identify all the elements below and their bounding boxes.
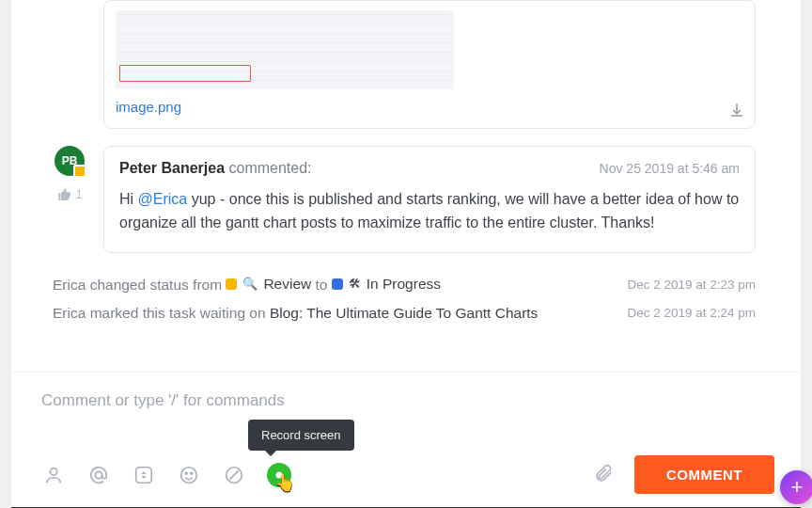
- comment-bubble: Peter Banerjea commented: Nov 25 2019 at…: [103, 146, 756, 253]
- hammer-icon: 🛠: [349, 277, 361, 291]
- activity-waiting-on: Erica marked this task waiting on Blog: …: [11, 299, 801, 327]
- svg-point-7: [276, 471, 283, 478]
- comment-row: PB 1 Peter Banerjea commented: Nov 25 20…: [11, 146, 801, 270]
- assignee-icon[interactable]: [41, 463, 66, 487]
- tooltip-record-screen: Record screen: [248, 420, 354, 451]
- svg-rect-2: [136, 467, 152, 483]
- activity-status-change: Erica changed status from 🔍Review to 🛠In…: [11, 270, 801, 299]
- comment-timestamp: Nov 25 2019 at 5:46 am: [600, 161, 740, 176]
- activity-timestamp: Dec 2 2019 at 2:23 pm: [627, 278, 756, 292]
- comment-verb: commented:: [229, 160, 312, 176]
- composer: Comment or type '/' for commands Record …: [11, 372, 801, 507]
- magnifier-icon: 🔍: [242, 277, 258, 291]
- like-button[interactable]: 1: [57, 187, 83, 202]
- record-screen-button[interactable]: 👆: [267, 463, 291, 487]
- download-icon[interactable]: [728, 102, 745, 119]
- svg-point-0: [50, 468, 56, 474]
- fab-add[interactable]: +: [780, 470, 812, 504]
- attachment-filename[interactable]: image.png: [116, 99, 743, 115]
- status-color-review: [226, 278, 237, 290]
- mention[interactable]: @Erica: [138, 191, 188, 207]
- comment-author: Peter Banerjea: [119, 160, 225, 176]
- svg-point-3: [181, 467, 197, 483]
- activity-timestamp: Dec 2 2019 at 2:24 pm: [627, 306, 756, 320]
- cancel-icon[interactable]: [222, 463, 246, 487]
- attach-icon[interactable]: [593, 463, 614, 487]
- comment-body: Hi @Erica yup - once this is published a…: [119, 188, 740, 235]
- svg-point-4: [185, 472, 187, 474]
- page: image.png PB 1 Peter Banerjea commented:…: [11, 0, 801, 508]
- expand-icon[interactable]: [132, 463, 156, 487]
- status-color-inprogress: [332, 278, 343, 290]
- task-link[interactable]: Blog: The Ultimate Guide To Gantt Charts: [270, 305, 538, 321]
- attachment-card: image.png: [103, 0, 756, 129]
- like-count: 1: [76, 188, 83, 201]
- svg-point-1: [95, 471, 102, 478]
- avatar[interactable]: PB: [55, 146, 85, 176]
- emoji-icon[interactable]: [177, 463, 201, 487]
- comment-button[interactable]: COMMENT: [634, 455, 774, 494]
- svg-point-5: [191, 472, 193, 474]
- mention-icon[interactable]: [86, 463, 111, 487]
- attachment-thumbnail[interactable]: [116, 10, 454, 89]
- comment-input[interactable]: Comment or type '/' for commands: [41, 391, 774, 410]
